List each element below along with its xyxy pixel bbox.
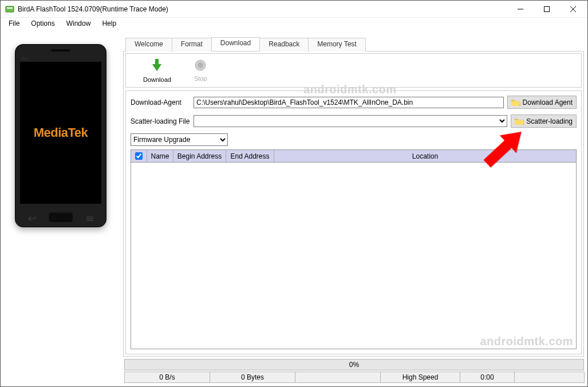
download-agent-label: Download-Agent <box>131 98 194 106</box>
maximize-button[interactable] <box>534 1 560 17</box>
action-toolbar: Download Stop <box>125 53 582 88</box>
tab-memory-test[interactable]: Memory Test <box>308 38 365 52</box>
scatter-loading-button-label: Scatter-loading <box>526 117 573 125</box>
minimize-button[interactable] <box>507 1 534 17</box>
status-usb-rate: High Speed <box>380 372 460 383</box>
phone-mockup: BM MediaTek <box>15 44 106 227</box>
folder-icon <box>515 118 524 125</box>
menu-help[interactable]: Help <box>96 18 122 29</box>
download-action-button[interactable]: Download <box>143 58 171 83</box>
menu-bar: File Options Window Help <box>1 18 587 29</box>
device-preview-panel: BM MediaTek <box>4 31 117 357</box>
column-location[interactable]: Location <box>274 150 576 162</box>
progress-bar: 0% <box>124 359 584 370</box>
menu-options[interactable]: Options <box>25 18 60 29</box>
close-button[interactable] <box>560 1 586 17</box>
svg-rect-0 <box>6 6 14 12</box>
scatter-file-label: Scatter-loading File <box>131 117 194 125</box>
partition-table: Name Begin Address End Address Location <box>131 149 577 349</box>
app-icon <box>5 5 14 14</box>
column-begin-address[interactable]: Begin Address <box>173 150 226 162</box>
config-panel: androidmtk.com Download-Agent Download A… <box>125 90 582 354</box>
tab-strip: Welcome Format Download Readback Memory … <box>123 37 584 51</box>
download-action-label: Download <box>143 76 171 83</box>
tab-download[interactable]: Download <box>211 37 260 51</box>
status-elapsed: 0:00 <box>460 372 515 383</box>
column-checkbox[interactable] <box>131 150 147 162</box>
download-agent-field[interactable] <box>194 97 504 108</box>
phone-brand-logo: MediaTek <box>34 125 88 140</box>
phone-back-icon <box>28 214 37 219</box>
svg-rect-3 <box>544 6 550 11</box>
phone-corner-label: BM <box>21 56 29 61</box>
select-all-checkbox[interactable] <box>135 152 143 160</box>
scatter-loading-browse-button[interactable]: Scatter-loading <box>511 114 577 128</box>
column-end-address[interactable]: End Address <box>226 150 274 162</box>
stop-action-button: Stop <box>194 59 207 82</box>
window-controls <box>507 1 586 17</box>
status-bytes: 0 Bytes <box>210 372 295 383</box>
status-strip: 0 B/s 0 Bytes High Speed 0:00 <box>124 372 584 383</box>
status-spacer <box>295 372 381 383</box>
stop-action-label: Stop <box>194 75 207 82</box>
tab-welcome[interactable]: Welcome <box>125 38 172 52</box>
download-arrow-icon <box>149 58 164 74</box>
status-bar: 0% 0 B/s 0 Bytes High Speed 0:00 <box>1 357 587 386</box>
scatter-file-field[interactable] <box>194 115 507 127</box>
status-speed: 0 B/s <box>124 372 210 383</box>
partition-table-header: Name Begin Address End Address Location <box>131 150 576 163</box>
phone-home-button <box>49 212 73 222</box>
tab-content: Download Stop androidmtk.com Download-Ag… <box>123 51 584 357</box>
status-empty <box>514 372 585 383</box>
menu-file[interactable]: File <box>3 18 25 29</box>
folder-icon <box>511 99 520 106</box>
download-agent-button-label: Download Agent <box>523 98 573 106</box>
stop-icon <box>194 59 207 73</box>
download-agent-browse-button[interactable]: Download Agent <box>507 96 577 109</box>
flash-mode-select[interactable]: Firmware Upgrade <box>131 133 228 146</box>
column-name[interactable]: Name <box>147 150 173 162</box>
phone-menu-icon <box>85 214 94 219</box>
partition-table-body <box>131 163 576 349</box>
window-title: BirdA FlashTool 1524.0709(Runtime Trace … <box>18 5 507 13</box>
tab-readback[interactable]: Readback <box>259 38 309 52</box>
window-titlebar: BirdA FlashTool 1524.0709(Runtime Trace … <box>1 1 587 18</box>
menu-window[interactable]: Window <box>61 18 97 29</box>
tab-format[interactable]: Format <box>172 38 212 52</box>
svg-rect-1 <box>7 7 13 9</box>
progress-percent: 0% <box>349 361 359 369</box>
svg-point-11 <box>198 62 203 68</box>
